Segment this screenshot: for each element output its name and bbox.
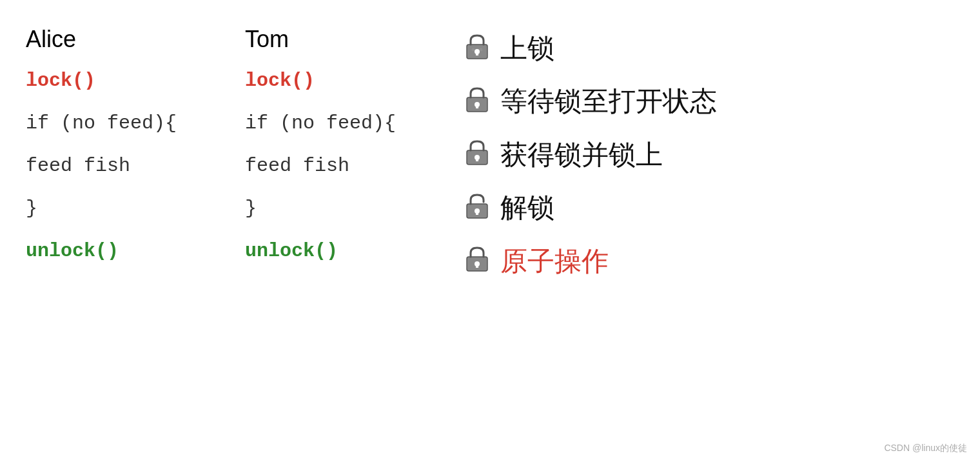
annotation-text-3: 解锁 [500, 192, 554, 224]
svg-rect-7 [476, 105, 478, 108]
tom-if: if (no feed){ [245, 114, 413, 133]
tom-brace: } [245, 199, 413, 218]
annotation-text-2: 获得锁并锁上 [500, 139, 663, 171]
annotation-item-3: 解锁 [464, 192, 954, 224]
lock-icon-2 [464, 139, 490, 170]
svg-rect-10 [476, 157, 478, 161]
svg-rect-13 [476, 211, 478, 215]
alice-column: Alice lock() if (no feed){ feed fish } u… [26, 26, 193, 449]
tom-unlock: unlock() [245, 241, 413, 261]
code-section: Alice lock() if (no feed){ feed fish } u… [26, 26, 426, 449]
alice-brace: } [26, 199, 193, 218]
tom-column: Tom lock() if (no feed){ feed fish } unl… [245, 26, 413, 449]
alice-name: Alice [26, 26, 193, 53]
svg-point-4 [480, 48, 483, 51]
main-container: Alice lock() if (no feed){ feed fish } u… [0, 0, 980, 462]
tom-feed: feed fish [245, 156, 413, 176]
lock-icon-1 [464, 86, 490, 117]
annotation-item-2: 获得锁并锁上 [464, 139, 954, 171]
watermark: CSDN @linux的使徒 [884, 443, 967, 454]
alice-lock: lock() [26, 71, 193, 90]
lock-icon-4 [464, 245, 490, 277]
tom-lock: lock() [245, 71, 413, 90]
alice-feed: feed fish [26, 156, 193, 176]
annotation-item-0: 上锁 [464, 32, 954, 65]
alice-unlock: unlock() [26, 241, 193, 261]
annotation-item-1: 等待锁至打开状态 [464, 85, 954, 117]
svg-rect-16 [476, 264, 478, 268]
lock-icon-0 [464, 33, 490, 65]
annotation-item-4: 原子操作 [464, 245, 954, 277]
lock-icon-3 [464, 192, 490, 224]
annotation-text-0: 上锁 [500, 32, 554, 65]
svg-rect-2 [476, 52, 478, 55]
tom-name: Tom [245, 26, 413, 53]
annotation-text-1: 等待锁至打开状态 [500, 85, 717, 117]
annotation-section: 上锁 等待锁至打开状态 获得 [464, 26, 954, 449]
annotation-text-4: 原子操作 [500, 245, 609, 277]
alice-if: if (no feed){ [26, 114, 193, 133]
svg-point-3 [472, 48, 475, 51]
